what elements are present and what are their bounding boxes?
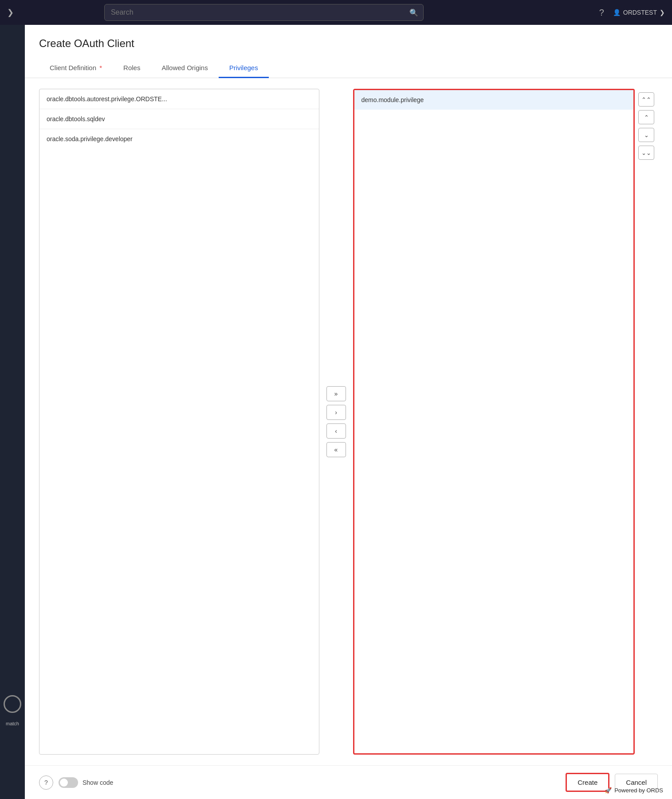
move-to-bottom-button[interactable]: ⌄⌄ (638, 146, 654, 160)
tab-client-definition-label: Client Definition (50, 64, 96, 71)
show-code-label: Show code (83, 779, 113, 786)
tab-allowed-origins[interactable]: Allowed Origins (151, 59, 218, 78)
tab-privileges[interactable]: Privileges (219, 59, 269, 78)
selected-privileges-panel: demo.module.privilege (353, 89, 635, 755)
show-code-toggle[interactable] (59, 777, 78, 788)
selected-list-item[interactable]: demo.module.privilege (354, 90, 634, 110)
move-all-right-button[interactable]: » (326, 386, 346, 401)
move-right-button[interactable]: › (326, 405, 346, 420)
tab-allowed-origins-label: Allowed Origins (161, 64, 208, 71)
left-sidebar: match (0, 25, 25, 799)
footer-help-button[interactable]: ? (39, 775, 53, 790)
topbar-chevron[interactable]: ❯ (7, 8, 14, 17)
list-item[interactable]: oracle.dbtools.autorest.privilege.ORDSTE… (39, 89, 319, 109)
search-container: 🔍 (104, 4, 424, 21)
tab-roles-label: Roles (123, 64, 140, 71)
create-oauth-client-dialog: Create OAuth Client Client Definition * … (25, 25, 672, 799)
topbar-right: ? 👤 ORDSTEST ❯ (599, 8, 665, 18)
tab-client-definition[interactable]: Client Definition * (39, 59, 113, 78)
powered-by-ords: 🚀 Powered by ORDS (605, 787, 663, 794)
tab-roles[interactable]: Roles (113, 59, 151, 78)
user-chevron-icon: ❯ (660, 9, 665, 16)
dialog-title: Create OAuth Client (39, 37, 658, 50)
user-menu[interactable]: 👤 ORDSTEST ❯ (613, 9, 665, 16)
dialog-footer: ? Show code Create Cancel (25, 765, 672, 799)
tab-required-indicator: * (99, 64, 102, 71)
available-privileges-panel: oracle.dbtools.autorest.privilege.ORDSTE… (39, 89, 319, 755)
search-icon: 🔍 (409, 8, 418, 17)
list-item[interactable]: oracle.dbtools.sqldev (39, 109, 319, 129)
move-left-button[interactable]: ‹ (326, 423, 346, 439)
user-label: ORDSTEST (623, 9, 657, 16)
list-item[interactable]: oracle.soda.privilege.developer (39, 129, 319, 149)
create-button[interactable]: Create (566, 773, 609, 792)
order-buttons-group: ⌃⌃ ⌃ ⌄ ⌄⌄ (635, 89, 658, 755)
dialog-body: oracle.dbtools.autorest.privilege.ORDSTE… (25, 78, 672, 765)
dialog-header: Create OAuth Client (25, 25, 672, 59)
sidebar-match-text: match (1, 721, 24, 726)
sidebar-circle-indicator (4, 695, 21, 713)
tab-privileges-label: Privileges (229, 64, 258, 71)
help-icon[interactable]: ? (599, 8, 604, 18)
rocket-icon: 🚀 (605, 787, 612, 794)
user-icon: 👤 (613, 9, 621, 16)
move-to-top-button[interactable]: ⌃⌃ (638, 92, 654, 107)
topbar: ❯ 🔍 ? 👤 ORDSTEST ❯ (0, 0, 672, 25)
show-code-toggle-container: Show code (59, 777, 113, 788)
powered-by-label: Powered by ORDS (614, 787, 663, 794)
dialog-tabs: Client Definition * Roles Allowed Origin… (25, 59, 672, 78)
help-circle-icon: ? (44, 779, 48, 786)
move-down-button[interactable]: ⌄ (638, 128, 654, 142)
move-up-button[interactable]: ⌃ (638, 110, 654, 124)
search-input[interactable] (104, 4, 424, 21)
transfer-buttons-group: » › ‹ « (319, 89, 353, 755)
move-all-left-button[interactable]: « (326, 442, 346, 457)
